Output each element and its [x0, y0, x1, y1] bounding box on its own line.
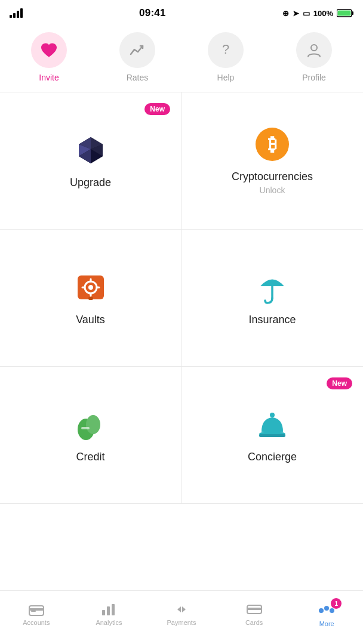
help-icon: ?	[217, 41, 235, 59]
quick-action-invite[interactable]: Invite	[5, 32, 93, 82]
nav-analytics[interactable]: Analytics	[73, 603, 146, 626]
analytics-nav-label: Analytics	[96, 619, 122, 626]
upgrade-label: Upgrade	[70, 177, 111, 189]
svg-rect-2	[337, 11, 350, 16]
crypto-sublabel: Unlock	[260, 185, 285, 195]
rates-label: Rates	[127, 73, 149, 82]
accounts-nav-label: Accounts	[23, 619, 50, 626]
diamond-icon	[73, 132, 109, 168]
grid-cell-crypto[interactable]: ₿ Cryptocurrencies Unlock	[182, 92, 363, 230]
invite-label: Invite	[39, 73, 59, 82]
svg-rect-36	[247, 608, 262, 610]
grid-cell-credit[interactable]: Credit	[0, 367, 182, 504]
credit-icon	[73, 407, 109, 442]
status-bar: 09:41 ⊕ ➤ ▭ 100%	[0, 0, 363, 26]
quick-action-help[interactable]: ? Help	[182, 32, 270, 82]
nav-cards[interactable]: Cards	[218, 603, 291, 626]
vaults-label: Vaults	[76, 314, 105, 326]
svg-point-4	[311, 45, 317, 51]
rates-icon	[128, 41, 146, 59]
umbrella-icon	[254, 270, 290, 305]
battery-label: 100%	[313, 9, 333, 18]
status-time: 09:41	[139, 7, 166, 19]
svg-point-39	[330, 608, 334, 613]
help-icon-bg: ?	[208, 32, 244, 68]
svg-point-37	[319, 608, 324, 613]
svg-rect-32	[102, 610, 105, 615]
grid-cell-upgrade[interactable]: New Upgrade	[0, 92, 182, 230]
quick-action-rates[interactable]: Rates	[93, 32, 182, 82]
upgrade-badge: New	[144, 103, 170, 115]
rates-icon-bg	[119, 32, 155, 68]
credit-label: Credit	[76, 451, 104, 463]
svg-text:₿: ₿	[268, 134, 277, 154]
nav-payments[interactable]: Payments	[145, 603, 218, 626]
grid-cell-vaults[interactable]: Vaults	[0, 230, 182, 367]
grid-cell-insurance[interactable]: Insurance	[182, 230, 363, 367]
main-content: Invite Rates ? Help	[0, 26, 363, 590]
svg-point-24	[86, 415, 100, 434]
payments-nav-icon	[174, 603, 189, 616]
insurance-label: Insurance	[248, 314, 296, 326]
analytics-nav-icon	[101, 603, 116, 616]
quick-action-profile[interactable]: Profile	[270, 32, 358, 82]
features-grid: New Upgrade ₿ Cryptocurrencies Unlock	[0, 92, 363, 504]
quick-actions-row: Invite Rates ? Help	[0, 26, 363, 92]
svg-rect-30	[29, 608, 44, 611]
signal-strength	[10, 8, 23, 18]
more-nav-label: More	[319, 620, 334, 627]
bottom-navigation: Accounts Analytics Payments Cards	[0, 590, 363, 644]
more-icon-wrapper: 1	[318, 602, 336, 617]
concierge-badge: New	[327, 377, 352, 389]
navigation-icon: ➤	[293, 9, 299, 18]
svg-rect-33	[107, 606, 110, 615]
grid-cell-concierge[interactable]: New Concierge	[182, 367, 363, 504]
location-icon: ⊕	[282, 9, 289, 18]
nav-more[interactable]: 1 More	[290, 602, 363, 627]
svg-point-38	[324, 606, 329, 611]
cards-nav-label: Cards	[245, 619, 263, 626]
vault-icon	[73, 270, 109, 305]
bitcoin-icon: ₿	[254, 126, 290, 162]
cards-nav-icon	[247, 603, 262, 616]
screen-icon: ▭	[303, 9, 310, 18]
heart-icon	[40, 42, 58, 58]
nav-accounts[interactable]: Accounts	[0, 603, 73, 626]
invite-icon-bg	[31, 32, 67, 68]
battery-icon	[337, 9, 353, 17]
more-badge: 1	[331, 598, 342, 609]
profile-label: Profile	[302, 73, 326, 82]
svg-rect-1	[352, 11, 353, 15]
help-label: Help	[217, 73, 235, 82]
svg-point-27	[270, 413, 275, 417]
svg-point-16	[88, 285, 93, 290]
svg-rect-31	[31, 611, 36, 612]
accounts-nav-icon	[29, 603, 44, 616]
profile-icon	[305, 41, 323, 59]
svg-rect-34	[112, 604, 115, 615]
status-icons: ⊕ ➤ ▭ 100%	[282, 9, 353, 18]
payments-nav-label: Payments	[167, 619, 196, 626]
profile-icon-bg	[296, 32, 332, 68]
svg-rect-25	[81, 427, 90, 429]
svg-rect-28	[259, 434, 285, 437]
concierge-label: Concierge	[248, 451, 297, 463]
crypto-label: Cryptocurrencies	[232, 171, 313, 183]
svg-text:?: ?	[222, 42, 229, 57]
svg-rect-21	[88, 297, 93, 300]
concierge-bell-icon	[254, 407, 290, 442]
